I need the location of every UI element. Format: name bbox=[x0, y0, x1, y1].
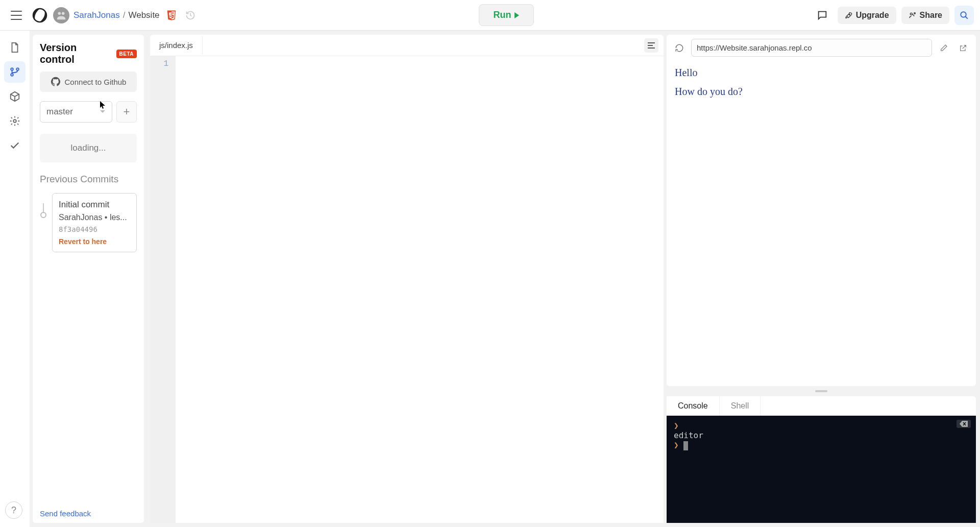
page-line-1: Hello bbox=[675, 67, 968, 79]
run-label: Run bbox=[494, 10, 511, 20]
svg-point-4 bbox=[910, 13, 912, 15]
connect-github-button[interactable]: Connect to Github bbox=[40, 71, 137, 92]
main: ? Version control BETA Connect to Github… bbox=[0, 31, 980, 527]
svg-rect-12 bbox=[648, 45, 653, 46]
commit-timeline: Initial commit SarahJonas • les... 8f3a0… bbox=[40, 193, 137, 252]
clear-terminal-button[interactable] bbox=[957, 420, 971, 428]
check-tab[interactable] bbox=[4, 135, 26, 156]
editor: js/index.js 1 bbox=[150, 35, 664, 523]
open-new-tab-button[interactable] bbox=[955, 40, 971, 56]
header: SarahJonas / Website Run Upgrade Share bbox=[0, 0, 980, 31]
line-number: 1 bbox=[150, 59, 168, 68]
terminal-tabs: Console Shell bbox=[667, 396, 976, 416]
share-label: Share bbox=[920, 11, 942, 20]
rocket-icon bbox=[845, 11, 853, 19]
backspace-icon bbox=[960, 421, 968, 427]
help-button[interactable]: ? bbox=[5, 501, 22, 519]
search-button[interactable] bbox=[954, 6, 974, 25]
branch-select[interactable]: master bbox=[40, 101, 112, 123]
chat-button[interactable] bbox=[812, 5, 832, 26]
avatar[interactable] bbox=[53, 7, 69, 23]
history-button[interactable] bbox=[180, 5, 201, 26]
terminal-output: editor bbox=[674, 430, 969, 440]
check-icon bbox=[9, 140, 20, 151]
run-button[interactable]: Run bbox=[479, 4, 534, 26]
swirl-icon bbox=[32, 7, 48, 23]
editor-tabs: js/index.js bbox=[150, 35, 664, 56]
settings-tab[interactable] bbox=[4, 110, 26, 132]
svg-point-8 bbox=[16, 68, 19, 70]
resize-grip[interactable] bbox=[815, 390, 827, 392]
repl-logo[interactable] bbox=[31, 6, 49, 25]
chevron-down-icon bbox=[100, 110, 106, 114]
beta-badge: BETA bbox=[116, 50, 137, 58]
share-icon bbox=[909, 11, 917, 19]
svg-point-9 bbox=[11, 74, 13, 76]
output-column: Hello How do you do? Console Shell ❯ edi… bbox=[667, 35, 976, 523]
svg-point-6 bbox=[961, 12, 966, 17]
url-bar bbox=[667, 35, 976, 61]
header-right: Upgrade Share bbox=[812, 5, 974, 26]
upgrade-button[interactable]: Upgrade bbox=[838, 7, 896, 24]
url-input[interactable] bbox=[691, 39, 932, 57]
code-area[interactable] bbox=[176, 56, 664, 523]
svg-rect-13 bbox=[648, 47, 655, 49]
timeline bbox=[40, 193, 47, 252]
svg-point-7 bbox=[11, 68, 13, 70]
loading-status: loading... bbox=[40, 134, 137, 162]
side-rail: ? bbox=[0, 31, 30, 527]
page-line-2: How do you do? bbox=[675, 86, 968, 98]
format-button[interactable] bbox=[644, 38, 658, 53]
project-name[interactable]: Website bbox=[128, 10, 159, 20]
avatar-icon bbox=[56, 10, 67, 21]
terminal-body[interactable]: ❯ editor ❯ bbox=[667, 416, 976, 523]
commit-dot bbox=[40, 212, 46, 218]
page-render: Hello How do you do? bbox=[667, 61, 976, 111]
vc-title-row: Version control BETA bbox=[40, 42, 137, 65]
format-icon bbox=[647, 41, 655, 50]
svg-point-2 bbox=[62, 12, 65, 14]
connect-github-label: Connect to Github bbox=[65, 78, 127, 86]
commit-hash: 8f3a04496 bbox=[59, 225, 130, 233]
prev-commits-heading: Previous Commits bbox=[40, 174, 137, 185]
packages-tab[interactable] bbox=[4, 86, 26, 107]
version-control-tab[interactable] bbox=[4, 61, 26, 83]
new-branch-button[interactable]: + bbox=[116, 101, 137, 123]
header-center: Run bbox=[205, 4, 808, 26]
external-link-icon bbox=[959, 44, 967, 52]
line-gutter: 1 bbox=[150, 56, 176, 523]
files-tab[interactable] bbox=[4, 37, 26, 58]
svg-point-0 bbox=[33, 9, 46, 22]
commit-author: SarahJonas • les... bbox=[59, 213, 130, 222]
share-button[interactable]: Share bbox=[901, 7, 949, 24]
gear-icon bbox=[9, 115, 20, 127]
file-icon bbox=[9, 42, 20, 53]
help-icon: ? bbox=[11, 505, 16, 516]
box-icon bbox=[9, 91, 20, 102]
console-tab[interactable]: Console bbox=[667, 396, 720, 416]
user-link[interactable]: SarahJonas bbox=[74, 10, 120, 20]
breadcrumb-sep: / bbox=[123, 10, 126, 20]
play-icon bbox=[514, 12, 519, 18]
browser-pane: Hello How do you do? bbox=[667, 35, 976, 386]
menu-button[interactable] bbox=[6, 5, 27, 26]
editor-body[interactable]: 1 bbox=[150, 56, 664, 523]
vc-panel: Version control BETA Connect to Github m… bbox=[33, 35, 144, 523]
edit-url-button[interactable] bbox=[936, 40, 951, 56]
reload-button[interactable] bbox=[672, 40, 687, 56]
svg-point-1 bbox=[58, 12, 61, 14]
github-icon bbox=[51, 77, 61, 87]
vc-title: Version control bbox=[40, 42, 113, 65]
chat-icon bbox=[817, 10, 828, 21]
breadcrumb: SarahJonas / Website bbox=[74, 5, 201, 26]
html5-icon bbox=[166, 10, 177, 21]
send-feedback-link[interactable]: Send feedback bbox=[40, 509, 91, 518]
pencil-icon bbox=[940, 44, 948, 52]
editor-tab[interactable]: js/index.js bbox=[150, 36, 203, 55]
shell-tab[interactable]: Shell bbox=[720, 396, 761, 416]
commit-card[interactable]: Initial commit SarahJonas • les... 8f3a0… bbox=[52, 193, 137, 252]
revert-link[interactable]: Revert to here bbox=[59, 237, 130, 246]
reload-icon bbox=[675, 43, 684, 53]
svg-point-10 bbox=[13, 119, 16, 123]
terminal-cursor bbox=[683, 441, 688, 450]
